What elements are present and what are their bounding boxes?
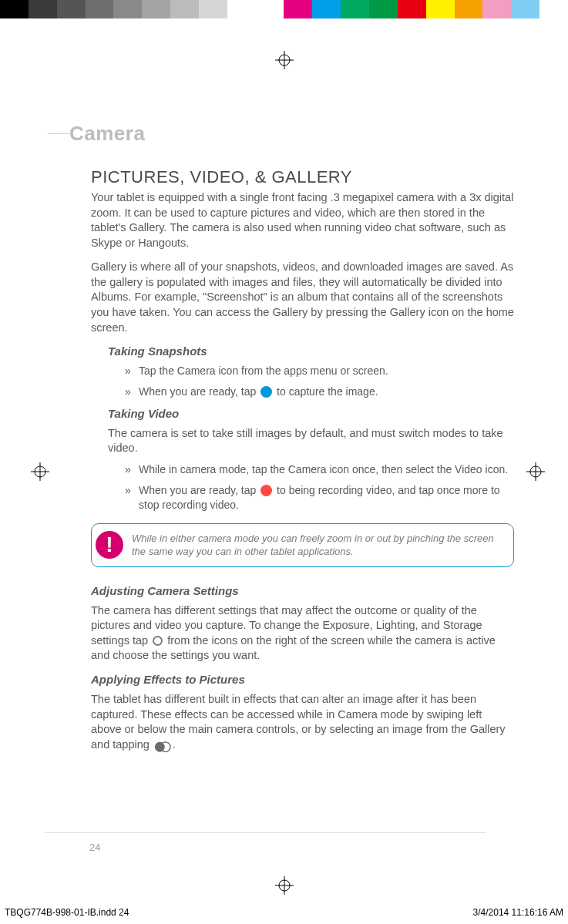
effects-overlap-icon xyxy=(154,741,171,753)
color-swatch xyxy=(86,0,114,18)
color-swatch xyxy=(227,0,256,18)
video-step-2: When you are ready, tap to being recordi… xyxy=(125,483,514,512)
heading-taking-video: Taking Video xyxy=(108,407,514,420)
page-number: 24 xyxy=(89,842,100,853)
heading-applying-effects: Applying Effects to Pictures xyxy=(91,673,514,686)
color-swatch xyxy=(312,0,341,18)
adjust-text-suffix: from the icons on the right of the scree… xyxy=(91,634,496,662)
video-step-2-prefix: When you are ready, tap xyxy=(139,484,259,496)
registration-mark-icon xyxy=(526,462,545,481)
print-footer: TBQG774B-998-01-IB.indd 24 3/4/2014 11:1… xyxy=(5,907,563,918)
snapshot-step-2-suffix: to capture the image. xyxy=(274,385,378,398)
registration-mark-icon xyxy=(275,876,294,895)
callout-icon-wrap: ! xyxy=(92,524,127,566)
color-swatch xyxy=(29,0,57,18)
intro-paragraph-2: Gallery is where all of your snapshots, … xyxy=(91,260,514,335)
intro-paragraph-1: Your tablet is equipped with a single fr… xyxy=(91,190,514,250)
color-swatch xyxy=(256,0,284,18)
snapshot-step-2: When you are ready, tap to capture the i… xyxy=(125,385,514,399)
color-swatch xyxy=(199,0,227,18)
section-rule xyxy=(48,133,69,134)
heading-adjusting-settings: Adjusting Camera Settings xyxy=(91,584,514,597)
registration-mark-icon xyxy=(275,51,294,69)
color-swatch xyxy=(426,0,455,18)
color-calibration-bar xyxy=(0,0,568,18)
applying-effects-text: The tablet has different built in effect… xyxy=(91,692,514,752)
snapshot-step-1: Tap the Camera icon from the apps menu o… xyxy=(125,364,514,378)
color-swatch xyxy=(284,0,312,18)
tip-callout: ! While in either camera mode you can fr… xyxy=(91,523,514,567)
svg-point-12 xyxy=(155,742,165,752)
shutter-button-icon xyxy=(260,386,272,398)
exclamation-icon: ! xyxy=(96,531,123,559)
heading-pictures-video-gallery: PICTURES, VIDEO, & GALLERY xyxy=(91,167,514,187)
settings-ring-icon xyxy=(153,636,163,646)
callout-text: While in either camera mode you can free… xyxy=(127,524,513,566)
color-swatch xyxy=(170,0,199,18)
section-title: Camera xyxy=(69,122,145,146)
color-swatch xyxy=(57,0,86,18)
color-swatch xyxy=(142,0,170,18)
effects-text-suffix: . xyxy=(173,738,176,751)
color-swatch xyxy=(398,0,426,18)
color-swatch xyxy=(0,0,29,18)
color-swatch xyxy=(369,0,398,18)
adjusting-settings-text: The camera has different settings that m… xyxy=(91,603,514,664)
footer-filename: TBQG774B-998-01-IB.indd 24 xyxy=(5,907,129,918)
color-swatch xyxy=(113,0,142,18)
color-swatch xyxy=(539,0,568,18)
snapshot-step-2-prefix: When you are ready, tap xyxy=(139,385,259,398)
color-swatch xyxy=(455,0,483,18)
record-button-icon xyxy=(260,485,272,496)
color-swatch xyxy=(511,0,539,18)
heading-taking-snapshots: Taking Snapshots xyxy=(108,344,514,358)
effects-text-prefix: The tablet has different built in effect… xyxy=(91,693,506,751)
registration-mark-icon xyxy=(31,462,49,481)
footer-timestamp: 3/4/2014 11:16:16 AM xyxy=(473,907,563,918)
page-content: Camera PICTURES, VIDEO, & GALLERY Your t… xyxy=(0,18,568,752)
video-intro: The camera is set to take still images b… xyxy=(108,426,514,456)
color-swatch xyxy=(482,0,511,18)
video-step-1: While in camera mode, tap the Camera ico… xyxy=(125,462,514,477)
color-swatch xyxy=(341,0,369,18)
